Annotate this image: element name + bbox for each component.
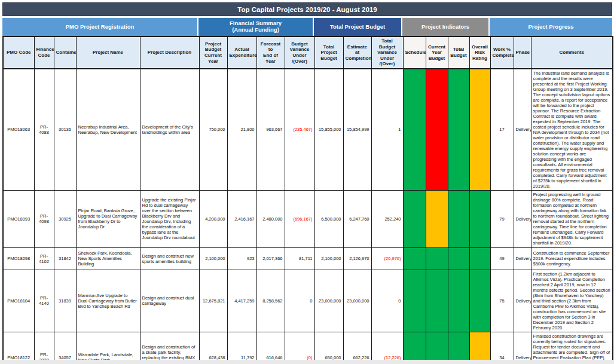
cell-total-budget-variance: (26,970) xyxy=(371,247,403,270)
cell-project-name: Marmion Ave Upgrade to Dual Carriageway … xyxy=(76,270,140,332)
col-project-name: Project Name xyxy=(76,36,140,69)
cell-finance-code: PR-4088 xyxy=(34,69,54,191)
cell-phase: Delivery xyxy=(514,190,531,247)
schedule-indicator xyxy=(403,270,426,332)
col-work-pct-complete: Work % Complete xyxy=(490,36,514,69)
cell-budget-current-year: 628,438 xyxy=(199,332,227,364)
cell-estimate-at-completion: 6,247,760 xyxy=(343,190,371,247)
cell-work-pct: 75 xyxy=(490,270,514,332)
table-row: PMO18122 PR-2930 34057 Warradale Park, L… xyxy=(3,332,613,364)
cell-forecast-end-year: 616,646 xyxy=(256,332,285,364)
report-title: Top Capital Projects 2019/20 - August 20… xyxy=(237,6,377,13)
projects-table: PMO Code Finance Code Container Project … xyxy=(2,36,613,364)
cell-total-project-budget: 23,000,000 xyxy=(314,270,343,332)
current-year-budget-indicator xyxy=(426,247,448,270)
cell-pmo-code: PMO18122 xyxy=(3,332,34,364)
cell-project-name: Shelvock Park, Koondoola, New Sports Ame… xyxy=(76,247,140,270)
total-budget-indicator xyxy=(448,332,469,364)
cell-project-description: Development of the City's landholdings w… xyxy=(140,69,199,191)
cell-phase: Delivery xyxy=(514,247,531,270)
col-budget-current-year: Project Budget Current Year xyxy=(199,36,227,69)
cell-actual-expenditure: 21,800 xyxy=(227,69,256,191)
cell-work-pct: 79 xyxy=(490,190,514,247)
cell-phase: Delivery xyxy=(514,270,531,332)
cell-project-description: Design and construction of a skate park … xyxy=(140,332,199,364)
cell-total-project-budget: 650,000 xyxy=(314,332,343,364)
col-overall-risk-rating: Overall Risk Rating xyxy=(469,36,490,69)
cell-container: 30136 xyxy=(54,69,76,191)
col-actual-expenditure: Actual Expenditure xyxy=(227,36,256,69)
group-total-project-budget: Total Project Budget xyxy=(314,18,402,36)
cell-total-project-budget: 6,500,000 xyxy=(314,190,343,247)
cell-work-pct: 34 xyxy=(490,332,514,364)
col-estimate-at-completion: Estimate at Completion xyxy=(343,36,371,69)
overall-risk-indicator xyxy=(469,247,490,270)
col-total-project-budget: Total Project Budget xyxy=(314,36,343,69)
group-pmo-registration: PMO Project Registration xyxy=(2,18,198,36)
cell-estimate-at-completion: 23,000,000 xyxy=(343,270,371,332)
cell-budget-variance: (0) xyxy=(285,332,314,364)
col-schedule: Schedule xyxy=(403,36,426,69)
cell-actual-expenditure: 11,792 xyxy=(227,332,256,364)
cell-estimate-at-completion: 2,126,970 xyxy=(343,247,371,270)
cell-pmo-code: PMO18104 xyxy=(3,270,34,332)
cell-finance-code: PR-4140 xyxy=(34,270,54,332)
overall-risk-indicator xyxy=(469,190,490,247)
col-phase: Phase xyxy=(514,36,531,69)
cell-work-pct: 49 xyxy=(490,247,514,270)
cell-total-budget-variance: 252,240 xyxy=(371,190,403,247)
table-row: PMO18104 PR-4140 31839 Marmion Ave Upgra… xyxy=(3,270,613,332)
group-header-row: PMO Project Registration Financial Summa… xyxy=(2,18,612,36)
cell-container: 31842 xyxy=(54,247,76,270)
cell-comments: Project progressing well in ground drain… xyxy=(531,190,613,247)
cell-budget-variance: (235,467) xyxy=(285,69,314,191)
column-header-row: PMO Code Finance Code Container Project … xyxy=(3,36,613,69)
report-title-bar: Top Capital Projects 2019/20 - August 20… xyxy=(2,2,612,16)
schedule-indicator xyxy=(403,247,426,270)
cell-estimate-at-completion: 15,854,999 xyxy=(343,69,371,191)
cell-total-project-budget: 15,855,000 xyxy=(314,69,343,191)
cell-actual-expenditure: 2,416,167 xyxy=(227,190,256,247)
group-financial-summary: Financial Summary (Annual Funding) xyxy=(198,18,314,36)
cell-total-budget-variance: 0 xyxy=(371,270,403,332)
schedule-indicator xyxy=(403,332,426,364)
overall-risk-indicator xyxy=(469,332,490,364)
cell-pmo-code: PMO18063 xyxy=(3,69,34,191)
table-row: PMO18063 PR-4088 30136 Neerabup Industri… xyxy=(3,69,613,191)
total-budget-indicator xyxy=(448,270,469,332)
cell-forecast-end-year: 8,258,562 xyxy=(256,270,285,332)
cell-project-name: Pinjar Road, Banksia Grove, Upgrade to D… xyxy=(76,190,140,247)
current-year-budget-indicator xyxy=(426,69,448,191)
schedule-indicator xyxy=(403,69,426,191)
col-current-year-budget: Current Year Budget xyxy=(426,36,448,69)
cell-forecast-end-year: 2,017,366 xyxy=(256,247,285,270)
cell-actual-expenditure: 4,417,259 xyxy=(227,270,256,332)
cell-estimate-at-completion: 662,226 xyxy=(343,332,371,364)
cell-comments: Finalised construction drawings are curr… xyxy=(531,332,613,364)
total-budget-indicator xyxy=(448,69,469,191)
total-budget-indicator xyxy=(448,247,469,270)
cell-comments: The industrial land demand analysis is c… xyxy=(531,69,613,191)
report-page: Top Capital Projects 2019/20 - August 20… xyxy=(2,2,612,364)
cell-project-name: Neerabup Industrial Area, Neerabup, New … xyxy=(76,69,140,191)
group-project-progress: Project Progress xyxy=(490,18,612,36)
col-total-budget-variance: Total Budget Variance Under /(Over) xyxy=(371,36,403,69)
cell-forecast-end-year: 963,667 xyxy=(256,69,285,191)
cell-pmo-code: PMO18098 xyxy=(3,247,34,270)
cell-container: 30925 xyxy=(54,190,76,247)
overall-risk-indicator xyxy=(469,69,490,191)
cell-budget-current-year: 4,200,000 xyxy=(199,190,227,247)
cell-container: 34057 xyxy=(54,332,76,364)
cell-budget-variance: (696,167) xyxy=(285,190,314,247)
cell-total-budget-variance: (12,226) xyxy=(371,332,403,364)
cell-project-description: Design and construct new sports amenitie… xyxy=(140,247,199,270)
table-row: PMO18093 PR-4098 30925 Pinjar Road, Bank… xyxy=(3,190,613,247)
current-year-budget-indicator xyxy=(426,332,448,364)
cell-project-description: Upgrade the existing Pinjar Rd to dual c… xyxy=(140,190,199,247)
cell-budget-current-year: 12,675,821 xyxy=(199,270,227,332)
current-year-budget-indicator xyxy=(426,270,448,332)
col-pmo-code: PMO Code xyxy=(3,36,34,69)
cell-budget-current-year: 750,000 xyxy=(199,69,227,191)
col-container: Container xyxy=(54,36,76,69)
cell-comments: First section (1.2km adjacent to Alkimos… xyxy=(531,270,613,332)
